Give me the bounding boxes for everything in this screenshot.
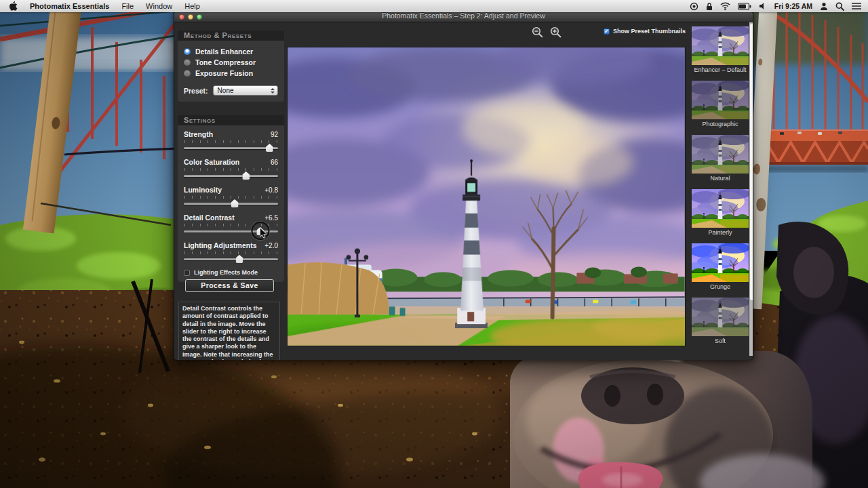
preset-thumb-natural[interactable]: Natural <box>692 135 749 182</box>
volume-icon[interactable] <box>759 2 767 10</box>
screen: { "menu_bar": { "app_name": "Photomatix … <box>0 0 868 488</box>
slider-label: Strength <box>184 130 213 138</box>
preset-thumbnail-image <box>692 189 749 228</box>
preset-dropdown[interactable]: None <box>213 85 278 96</box>
window-content: Method & Presets Details Enhancer Tone C… <box>174 22 753 360</box>
radio-selected-icon[interactable] <box>184 48 191 55</box>
preset-thumb-soft[interactable]: Soft <box>692 298 749 344</box>
slider-track[interactable] <box>184 258 278 260</box>
slider-strength: Strength92 <box>184 130 278 152</box>
slider-track[interactable] <box>184 147 278 149</box>
detail-contrast-description: Detail Contrast controls the amount of c… <box>178 302 280 360</box>
preset-thumb-grunge[interactable]: Grunge <box>692 243 749 290</box>
presets-panel: Enhancer – Default Photographic Natural … <box>688 22 753 360</box>
slider-track[interactable] <box>184 203 278 205</box>
slider-ticks <box>184 196 277 199</box>
record-icon[interactable] <box>690 2 698 11</box>
zoom-out-icon[interactable] <box>532 26 543 38</box>
slider-label: Color Saturation <box>184 158 239 166</box>
settings-header: Settings <box>178 115 284 125</box>
slider-label: Luminosity <box>184 186 222 194</box>
notification-center-icon[interactable] <box>852 2 861 10</box>
preset-thumb-photographic[interactable]: Photographic <box>692 81 749 127</box>
slider-lighting-adjustments: Lighting Adjustments+2.0 <box>184 241 278 264</box>
app-window: Photomatix Essentials – Step 2: Adjust a… <box>174 10 753 360</box>
slider-ticks <box>184 140 277 143</box>
menu-bar: Photomatix Essentials File Window Help F… <box>0 0 868 12</box>
slider-ticks <box>184 168 277 171</box>
process-save-button[interactable]: Process & Save <box>185 279 274 292</box>
preset-label: Preset: <box>184 87 208 95</box>
checkbox-unchecked-icon[interactable] <box>184 270 190 276</box>
method-presets-section: Method & Presets Details Enhancer Tone C… <box>178 30 284 102</box>
radio-tone-compressor[interactable]: Tone Compressor <box>184 57 278 67</box>
slider-value: +6.5 <box>264 214 278 222</box>
menu-clock[interactable]: Fri 9:25 AM <box>774 2 812 10</box>
stepper-icon <box>269 87 276 94</box>
method-presets-header: Method & Presets <box>178 30 284 41</box>
radio-details-enhancer[interactable]: Details Enhancer <box>184 46 278 56</box>
menu-item-window[interactable]: Window <box>146 2 172 10</box>
spotlight-icon[interactable] <box>835 2 844 11</box>
slider-ticks <box>184 251 277 254</box>
slider-luminosity: Luminosity+0.8 <box>184 186 278 208</box>
preview-image <box>287 47 686 346</box>
lighting-effects-mode-checkbox[interactable]: Lighting Effects Mode <box>184 269 278 276</box>
preset-thumbnail-image <box>692 298 749 336</box>
window-title: Photomatix Essentials – Step 2: Adjust a… <box>174 12 753 20</box>
preset-thumb-enhancer-default[interactable]: Enhancer – Default <box>692 26 749 73</box>
slider-label: Detail Contrast <box>184 214 235 222</box>
slider-thumb[interactable] <box>242 171 250 180</box>
battery-icon[interactable] <box>738 3 751 10</box>
lock-icon[interactable] <box>706 2 713 11</box>
slider-track[interactable] <box>184 175 278 177</box>
menu-item-file[interactable]: File <box>121 2 134 10</box>
zoom-in-icon[interactable] <box>550 26 561 38</box>
preset-thumbnail-image <box>692 81 749 119</box>
apple-menu-icon[interactable] <box>9 1 18 11</box>
settings-section: Settings Strength92Color Saturation66Lum… <box>178 115 284 282</box>
preset-thumb-painterly[interactable]: Painterly <box>692 189 749 236</box>
menu-item-help[interactable]: Help <box>184 2 200 10</box>
scrollbar-thumb[interactable] <box>750 24 753 300</box>
preset-dropdown-value: None <box>218 87 234 94</box>
mouse-cursor-icon <box>259 228 267 239</box>
slider-color-saturation: Color Saturation66 <box>184 158 278 180</box>
radio-icon[interactable] <box>184 70 191 77</box>
slider-value: 92 <box>271 131 278 138</box>
preset-thumbnail-image <box>692 26 749 65</box>
slider-label: Lighting Adjustments <box>184 241 257 249</box>
show-preset-thumbnails-checkbox[interactable]: ✓ Show Preset Thumbnails <box>604 28 686 35</box>
radio-exposure-fusion[interactable]: Exposure Fusion <box>184 68 278 78</box>
wifi-icon[interactable] <box>720 2 730 10</box>
slider-thumb[interactable] <box>266 144 273 152</box>
scrollbar-track[interactable] <box>749 22 753 356</box>
slider-thumb[interactable] <box>236 255 243 263</box>
radio-icon[interactable] <box>184 59 191 66</box>
mouse-cursor-ring <box>251 222 269 240</box>
menu-item-app[interactable]: Photomatix Essentials <box>30 2 109 10</box>
slider-value: +2.0 <box>264 242 278 249</box>
user-icon[interactable] <box>820 2 828 11</box>
slider-value: 66 <box>271 159 278 166</box>
slider-thumb[interactable] <box>231 199 239 207</box>
window-title-bar[interactable]: Photomatix Essentials – Step 2: Adjust a… <box>174 11 753 22</box>
slider-value: +0.8 <box>264 186 278 194</box>
slider-detail-contrast: Detail Contrast+6.5 <box>184 214 278 236</box>
checkbox-checked-icon[interactable]: ✓ <box>604 28 610 35</box>
preset-thumbnail-image <box>692 135 749 174</box>
preset-thumbnail-image <box>692 243 749 282</box>
